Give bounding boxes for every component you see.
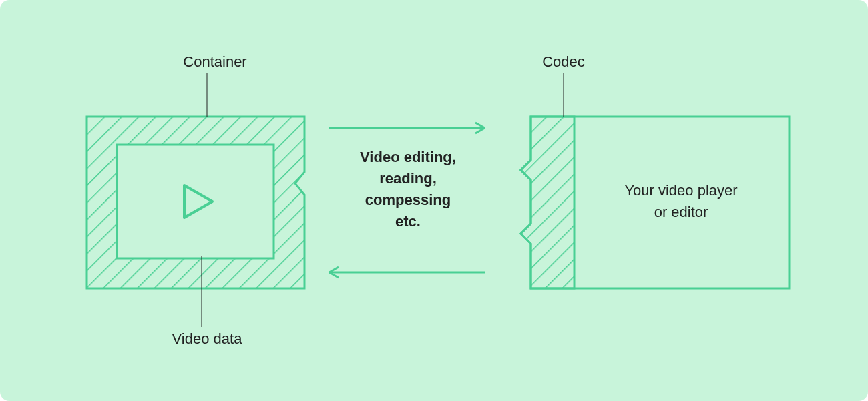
arrow-left [329,267,485,278]
diagram-svg [0,0,868,401]
arrow-right [329,123,485,133]
video-data-box [117,145,274,258]
codec-strip [521,117,574,288]
player-box [521,117,789,288]
diagram-canvas: Container Codec Video data Video editing… [0,0,868,401]
container-box [87,117,304,288]
